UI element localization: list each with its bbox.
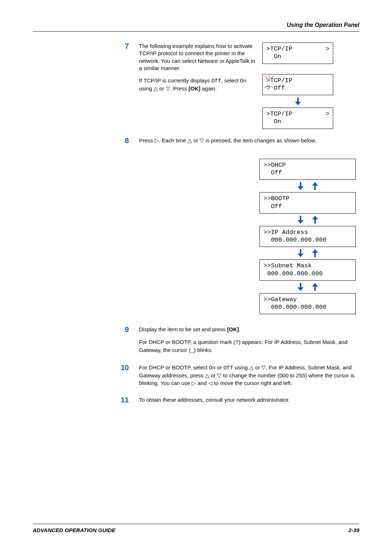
- step-text: The following example explains how to ac…: [139, 42, 359, 129]
- arrow-updown: [260, 214, 356, 226]
- step-10: 10 For DHCP or BOOTP, select On or Off u…: [111, 363, 359, 392]
- step-number: 9: [111, 325, 139, 334]
- step9-para1: Display the item to be set and press [OK…: [139, 326, 359, 333]
- step7-row: The following example explains how to ac…: [139, 42, 359, 129]
- arrow-down: [262, 95, 333, 108]
- step7-left: The following example explains how to ac…: [139, 42, 255, 98]
- triangle-down-icon: [166, 85, 170, 92]
- step10-para: For DHCP or BOOTP, select On or Off usin…: [139, 364, 359, 387]
- body-area: 7 The following example explains how to …: [111, 42, 359, 489]
- footer-left: ADVANCED OPERATION GUIDE: [33, 527, 115, 533]
- lcd-display: >>Gateway 000.000.000.000: [260, 293, 356, 315]
- step7-para1: The following example explains how to ac…: [139, 42, 255, 72]
- header-area: Using the Operation Panel: [33, 22, 359, 32]
- step8-para: Press . Each time or is pressed, the ite…: [139, 137, 359, 144]
- step-number: 8: [111, 136, 139, 145]
- step-text: For DHCP or BOOTP, select On or Off usin…: [139, 363, 359, 392]
- arrow-up-icon: [311, 283, 319, 291]
- triangle-left-icon: [208, 380, 213, 386]
- triangle-down-icon: [200, 137, 204, 143]
- arrow-down-icon: [297, 216, 304, 224]
- step8-lcd-stack: >>DHCP Off >>BOOTP Off >>IP Address 000.…: [260, 159, 356, 315]
- step-number: 10: [111, 363, 139, 372]
- step-7: 7 The following example explains how to …: [111, 42, 359, 129]
- step7-para2: If TCP/IP is currently displays Off, sel…: [139, 77, 255, 93]
- triangle-right-icon: [155, 137, 159, 143]
- lcd-display: >>DHCP Off: [260, 159, 356, 180]
- footer-right: 2-39: [348, 527, 359, 533]
- arrow-down-icon: [294, 97, 302, 105]
- lcd-display: >TCP/IP > On: [262, 108, 333, 129]
- step7-right: >TCP/IP > On >TCP/IP ? Off ＼ | ／ ／ | ＼ >…: [262, 42, 333, 129]
- triangle-up-icon: [205, 372, 209, 378]
- arrow-up-icon: [311, 182, 319, 190]
- lcd-display: >>IP Address 000.000.000.000: [260, 226, 356, 247]
- step11-para: To obtain these addresses, consult your …: [139, 396, 359, 404]
- arrow-updown: [260, 281, 356, 293]
- step-text: Display the item to be set and press [OK…: [139, 325, 359, 360]
- section-title: Using the Operation Panel: [33, 22, 359, 28]
- step-11: 11 To obtain these addresses, consult yo…: [111, 396, 359, 409]
- arrow-down-icon: [297, 249, 304, 257]
- arrow-up-icon: [311, 249, 319, 257]
- step-8: 8 Press . Each time or is pressed, the i…: [111, 136, 359, 149]
- step-9: 9 Display the item to be set and press […: [111, 325, 359, 360]
- lcd-display: >TCP/IP > On: [262, 42, 333, 64]
- triangle-right-icon: [192, 380, 196, 386]
- step-text: To obtain these addresses, consult your …: [139, 396, 359, 409]
- arrow-down-icon: [297, 182, 304, 190]
- footer: ADVANCED OPERATION GUIDE 2-39: [33, 524, 359, 533]
- triangle-up-icon: [154, 85, 158, 92]
- step9-para2: For DHCP or BOOTP, a question mark (?) a…: [139, 339, 359, 355]
- lcd-display: >>BOOTP Off: [260, 192, 356, 214]
- lcd-display: >>Subnet Mask 000.000.000.000: [260, 259, 356, 281]
- triangle-down-icon: [217, 372, 221, 378]
- page: Using the Operation Panel 7 The followin…: [0, 0, 392, 555]
- step-text: Press . Each time or is pressed, the ite…: [139, 136, 359, 149]
- triangle-down-icon: [261, 364, 266, 370]
- triangle-up-icon: [249, 364, 254, 370]
- arrow-up-icon: [311, 216, 319, 224]
- step-number: 11: [111, 396, 139, 404]
- triangle-up-icon: [188, 137, 192, 143]
- arrow-down-icon: [297, 283, 304, 291]
- lcd-display: >TCP/IP ? Off: [262, 74, 333, 96]
- arrow-updown: [260, 247, 356, 259]
- step-number: 7: [111, 42, 139, 50]
- arrow-updown: [260, 180, 356, 192]
